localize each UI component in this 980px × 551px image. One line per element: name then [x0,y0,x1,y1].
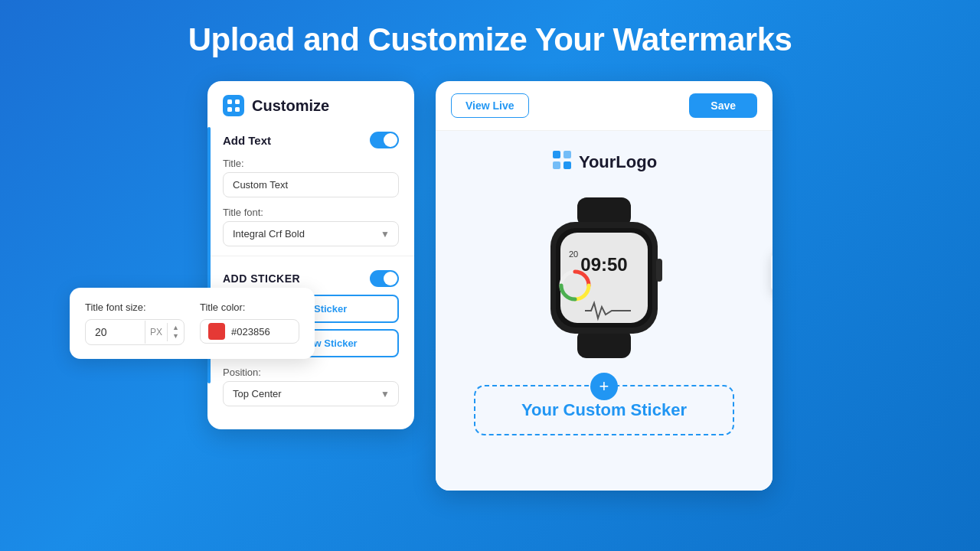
svg-text:20: 20 [569,249,578,259]
add-text-toggle-row: Add Text [207,127,414,155]
font-size-unit: PX [145,321,167,344]
font-size-down-arrow[interactable]: ▼ [172,333,179,340]
svg-rect-1 [235,99,240,104]
font-size-card-row: Title font size: 20 PX ▲ ▼ Title color: … [85,302,299,345]
sticker-plus-icon: + [590,373,618,400]
svg-text:09:50: 09:50 [580,254,627,275]
font-size-card: Title font size: 20 PX ▲ ▼ Title color: … [70,288,315,359]
svg-rect-5 [564,151,571,158]
position-label: Position: [207,364,414,381]
color-swatch[interactable] [208,323,225,340]
color-label: Title color: [200,302,299,313]
font-select-wrapper: Integral Crf Bold ▼ [223,221,399,246]
customize-icon [223,95,244,116]
dropper-tool[interactable] [771,249,773,295]
font-size-arrows[interactable]: ▲ ▼ [167,323,184,341]
svg-rect-0 [227,99,232,104]
sticker-text: Your Custom Sticker [521,400,687,420]
page-title: Upload and Customize Your Watermarks [188,21,792,58]
svg-rect-6 [553,161,560,169]
position-select[interactable]: Top Center [223,381,399,406]
add-text-label: Add Text [223,134,271,147]
view-live-button[interactable]: View Live [451,93,529,118]
logo-text: YourLogo [579,152,657,172]
svg-rect-3 [235,107,240,112]
font-size-input-row: 20 PX ▲ ▼ [85,319,185,345]
svg-rect-12 [560,233,648,323]
svg-rect-4 [553,151,560,158]
cards-row: Customize Add Text Title: Title font: In… [207,81,773,491]
preview-content: YourLogo 09:50 [436,131,773,491]
sticker-placeholder: + Your Custom Sticker [474,385,734,435]
font-size-label: Title font size: [85,302,185,313]
sticker-toggle[interactable] [370,270,399,287]
logo-row: YourLogo [551,149,657,175]
svg-rect-2 [227,107,232,112]
save-button[interactable]: Save [689,93,757,118]
color-input-row[interactable]: #023856 [200,319,299,344]
customize-card: Customize Add Text Title: Title font: In… [207,81,414,429]
svg-rect-16 [656,259,662,282]
title-input[interactable] [223,172,399,197]
font-size-up-arrow[interactable]: ▲ [172,324,179,331]
add-sticker-label: ADD STICKER [223,272,300,285]
preview-card: View Live Save YourLogo [436,81,773,491]
color-hex-value: #023856 [231,326,270,337]
font-field-label: Title font: [207,204,414,221]
customize-title: Customize [252,97,329,115]
watch-image-container: 09:50 20 [528,194,681,362]
font-size-value: 20 [86,320,145,344]
svg-rect-7 [564,161,571,169]
title-field-label: Title: [207,155,414,172]
add-text-toggle[interactable] [370,132,399,148]
logo-icon [551,149,573,175]
watch-image: 09:50 20 [531,197,677,358]
customize-header: Customize [207,81,414,127]
font-select[interactable]: Integral Crf Bold [223,221,399,246]
position-select-wrapper: Top Center ▼ [223,381,399,406]
preview-header: View Live Save [436,81,773,131]
color-field: Title color: #023856 [200,302,299,344]
font-size-field: Title font size: 20 PX ▲ ▼ [85,302,185,345]
